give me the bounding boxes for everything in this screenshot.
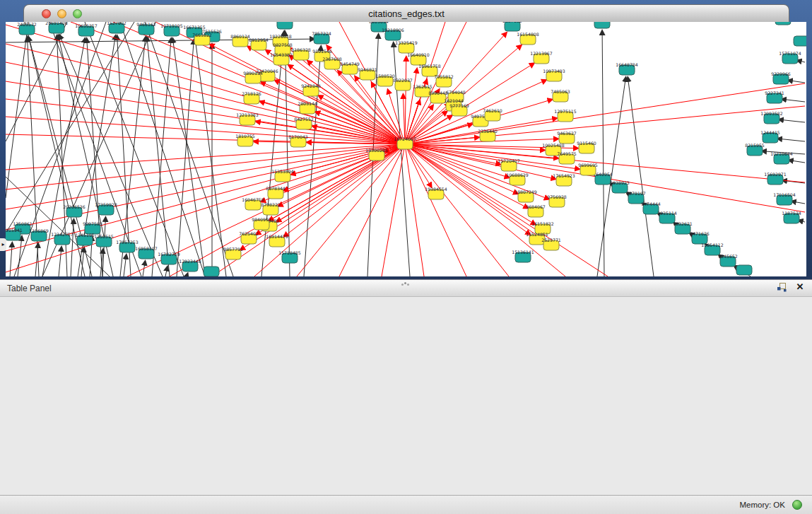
node-label: 16958107: [135, 246, 158, 251]
node-label: 1244415: [760, 130, 780, 135]
node-label: 15751074: [779, 51, 801, 56]
node-label: 20691406: [45, 22, 68, 25]
node-label: 15720407: [498, 158, 520, 163]
network-node[interactable]: [277, 22, 293, 29]
node-label: 8990448: [428, 90, 448, 95]
node-label: 9890134: [243, 71, 263, 76]
node-label: 2367608: [322, 57, 342, 62]
network-window-title: citations_edges.txt: [24, 8, 789, 19]
network-window-titlebar[interactable]: citations_edges.txt: [23, 4, 789, 22]
node-label: 8186328: [291, 47, 311, 52]
node-label: 15692971: [764, 172, 787, 177]
node-label: 17016504: [773, 192, 796, 197]
node-label: 10973493: [543, 69, 565, 74]
network-svg[interactable]: 2405572206914061065525715276029466162107…: [6, 22, 806, 276]
node-label: 12975115: [554, 109, 577, 114]
node-label: 2718126: [242, 91, 261, 96]
node-label: 1588520: [375, 74, 395, 78]
node-label: 15353594: [271, 169, 294, 174]
network-node[interactable]: [775, 22, 791, 25]
node-label: 7832621: [673, 221, 693, 226]
node-label: 17359928: [95, 202, 117, 207]
node-label: 1350515: [94, 234, 114, 239]
node-label: 10210644: [770, 151, 793, 156]
node-label: 2405572: [17, 22, 37, 27]
node-label: 8454749: [340, 62, 360, 66]
node-label: 9466162: [136, 22, 156, 27]
node-label: 9857791: [223, 247, 243, 252]
node-label: 9227341: [765, 90, 784, 95]
node-label: 10025488: [542, 143, 565, 148]
node-label: 15718485: [278, 250, 301, 255]
node-label: 5938923: [610, 180, 630, 185]
network-node[interactable]: [794, 36, 806, 46]
node-label: 17654923: [553, 173, 575, 178]
node-label: 2523771: [541, 238, 561, 243]
node-label: 19384554: [425, 187, 447, 192]
node-label: 10719195: [160, 23, 183, 28]
node-label: 1187534: [782, 211, 801, 216]
node-label: 16648784: [616, 62, 638, 67]
node-label: 9329966: [771, 71, 791, 76]
node-label: 12213967: [530, 51, 553, 56]
node-label: 8912954: [249, 37, 269, 42]
node-label: 16640910: [407, 52, 430, 57]
node-label: 1350861: [13, 221, 33, 226]
application-window: citations_edges.txt 24055722069140610655…: [0, 0, 812, 514]
memory-status-label: Memory: OK: [739, 501, 785, 509]
node-label: 9840993: [252, 217, 271, 222]
node-label: 6794048: [446, 90, 466, 95]
node-label: 12342757: [51, 232, 73, 237]
node-label: 1145195: [75, 233, 95, 238]
node-label: 9115460: [577, 141, 596, 146]
node-label: 7462610: [483, 108, 502, 113]
node-label: 10654112: [701, 243, 724, 247]
node-label: 7649575: [557, 151, 577, 156]
node-label: 18807249: [514, 189, 537, 194]
node-label: 2935114: [657, 211, 677, 216]
network-node[interactable]: [736, 265, 752, 275]
node-label: 10688639: [506, 173, 529, 177]
node-label: 17957253: [116, 240, 139, 245]
node-label: 16914479: [266, 234, 288, 239]
node-label: 3915941: [6, 228, 23, 233]
node-label: 1810755: [235, 134, 255, 139]
node-label: 16151832: [531, 221, 554, 226]
node-label: 8813054: [369, 22, 389, 24]
node-label: 18300295: [365, 148, 388, 153]
node-label: 13325419: [395, 40, 418, 45]
node-label: 18724007: [394, 136, 416, 141]
split-drag-handle[interactable]: [404, 282, 406, 284]
node-label: 7625402: [239, 231, 259, 236]
node-label: 1621044: [444, 98, 464, 103]
node-label: 18226058: [269, 34, 292, 39]
node-label: 8798222: [261, 202, 281, 207]
node-label: 9777169: [449, 103, 469, 108]
node-label: 8170043: [288, 134, 308, 139]
node-label: 1527602: [107, 22, 126, 25]
close-panel-icon[interactable]: ✕: [794, 281, 806, 293]
network-node[interactable]: [204, 267, 219, 276]
status-bar: Memory: OK: [0, 495, 812, 514]
node-label: 8471626: [690, 231, 710, 236]
node-label: 16154808: [517, 32, 539, 37]
node-label: 8427552: [294, 117, 314, 122]
node-label: 7663822: [192, 33, 212, 37]
node-label: 2803144: [298, 101, 317, 106]
node-label: 12923448: [179, 259, 201, 264]
node-label: 19218906: [382, 28, 404, 33]
float-panel-icon[interactable]: [776, 282, 787, 293]
node-label: 8215955: [745, 143, 765, 148]
network-node[interactable]: [594, 22, 610, 28]
node-label: 16961758: [418, 64, 441, 69]
table-panel-title: Table Panel: [7, 284, 52, 293]
network-canvas[interactable]: 2405572206914061065525715276029466162107…: [6, 22, 806, 276]
network-desktop: citations_edges.txt 24055722069140610655…: [0, 0, 812, 279]
node-label: 12093582: [760, 111, 783, 116]
node-label: 9097588: [83, 221, 102, 226]
panel-expand-handle[interactable]: ▸: [0, 238, 6, 251]
node-label: 16046758: [242, 197, 264, 202]
node-label: 9463627: [557, 131, 577, 136]
memory-status-icon[interactable]: [792, 500, 802, 510]
node-label: 15136141: [512, 250, 534, 255]
